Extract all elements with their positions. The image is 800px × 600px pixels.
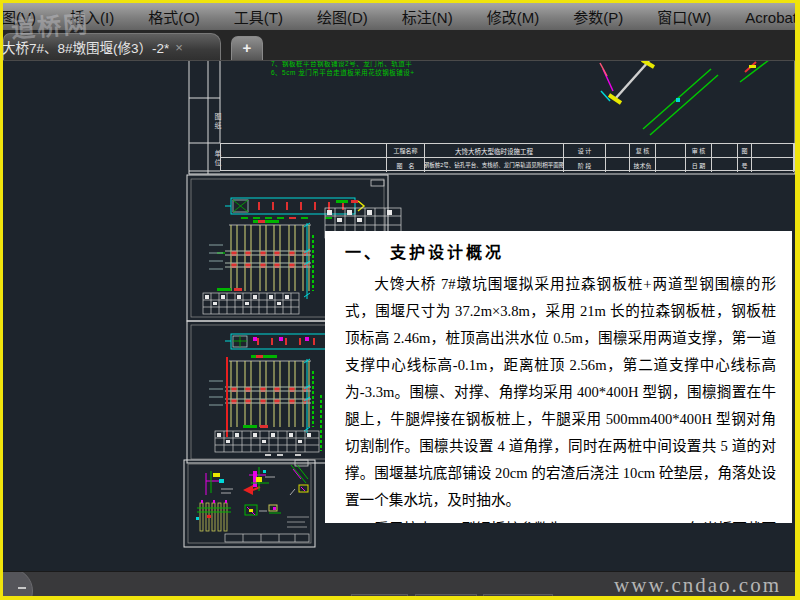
title-block: 工程名称 大馋大桥大型临时设施工程 设 计 复 核 审 核 图 图 名 钢板桩2… xyxy=(220,143,795,171)
statusbar-box-1 xyxy=(351,594,408,600)
tech-value xyxy=(656,158,686,172)
title-block-blank xyxy=(221,158,387,172)
new-tab-button[interactable]: + xyxy=(231,36,263,60)
statusbar-box-2 xyxy=(415,594,477,600)
project-name-value: 大馋大桥大型临时设施工程 xyxy=(425,144,564,158)
status-bar: www.cndao.com xyxy=(3,571,795,600)
tab-close-icon[interactable]: × xyxy=(175,40,183,55)
menu-item-view[interactable]: 图(V) xyxy=(3,6,40,27)
menu-bar: 图(V) 插入(I) 格式(O) 工具(T) 绘图(D) 标注(N) 修改(M)… xyxy=(3,3,795,31)
app-window: 7、钢板桩平台钢板铺设2号、龙门吊、轨道平 6、5cm 龙门吊平台走道板采用花纹… xyxy=(0,0,800,600)
date-value xyxy=(712,158,738,172)
menu-item-parametric[interactable]: 参数(P) xyxy=(569,6,627,27)
no-value xyxy=(752,158,794,172)
site-url-watermark: www.cndao.com xyxy=(614,573,781,598)
drawing-tab-label: 大桥7#、8#墩围堰(修3）-2* xyxy=(2,37,169,57)
date-label: 日 期 xyxy=(686,158,712,172)
review-label: 复 核 xyxy=(630,144,656,158)
project-name-label: 工程名称 xyxy=(387,144,425,158)
no-label: 号 xyxy=(738,158,752,172)
audit-label: 审 核 xyxy=(686,144,712,158)
design-overview-document: 一、 支护设计概况 大馋大桥 7#墩坑围堰拟采用拉森钢板桩+两道型钢围檩的形式，… xyxy=(325,231,792,523)
audit-value xyxy=(712,144,738,158)
title-block-blank xyxy=(221,144,387,158)
menu-item-dimension[interactable]: 标注(N) xyxy=(398,6,457,27)
menu-item-acrobat[interactable]: Acrobat 标记(C xyxy=(741,6,795,27)
fig-label: 图 xyxy=(738,144,752,158)
drawing-name-value: 钢板桩2号、钻孔平台、支栈桥、龙门吊轨道见附相平面图 xyxy=(425,158,564,172)
statusbar-compass-widget[interactable] xyxy=(3,571,33,600)
fig-no-value xyxy=(752,144,794,158)
sheet-side-label-1: 图纸 xyxy=(208,105,221,139)
drawing-tab[interactable]: 大桥7#、8#墩围堰(修3）-2* × xyxy=(3,33,221,60)
review-value xyxy=(656,144,686,158)
menu-item-modify[interactable]: 修改(M) xyxy=(483,6,544,27)
menu-item-draw[interactable]: 绘图(D) xyxy=(313,6,372,27)
menu-item-format[interactable]: 格式(O) xyxy=(144,6,204,27)
stage-value xyxy=(606,158,630,172)
cad-annotation-line2: 6、5cm 龙门吊平台走道板采用花纹钢板铺设+ xyxy=(271,68,415,77)
design-label: 设 计 xyxy=(564,144,606,158)
drawing-tab-bar: 大桥7#、8#墩围堰(修3）-2* × + xyxy=(3,30,795,61)
menu-item-tools[interactable]: 工具(T) xyxy=(230,6,287,27)
tech-label: 技术负 xyxy=(630,158,656,172)
doc-heading-support-design: 一、 支护设计概况 xyxy=(345,241,776,265)
doc-paragraph-2: 采用拉森Ⅳw 型钢板桩参数为：600*210*18mm，每米板面截面面积 226… xyxy=(345,516,776,523)
design-value xyxy=(606,144,630,158)
ramp-bracing-lines xyxy=(600,60,769,135)
statusbar-box-3 xyxy=(483,594,553,600)
doc-paragraph-1: 大馋大桥 7#墩坑围堰拟采用拉森钢板桩+两道型钢围檩的形式，围堰尺寸为 37.2… xyxy=(345,271,776,514)
stage-label: 阶 段 xyxy=(564,158,606,172)
drawing-name-label: 图 名 xyxy=(387,158,425,172)
menu-item-window[interactable]: 窗口(W) xyxy=(653,6,715,27)
figure-panel-details xyxy=(184,460,315,547)
menu-item-insert[interactable]: 插入(I) xyxy=(66,6,118,27)
